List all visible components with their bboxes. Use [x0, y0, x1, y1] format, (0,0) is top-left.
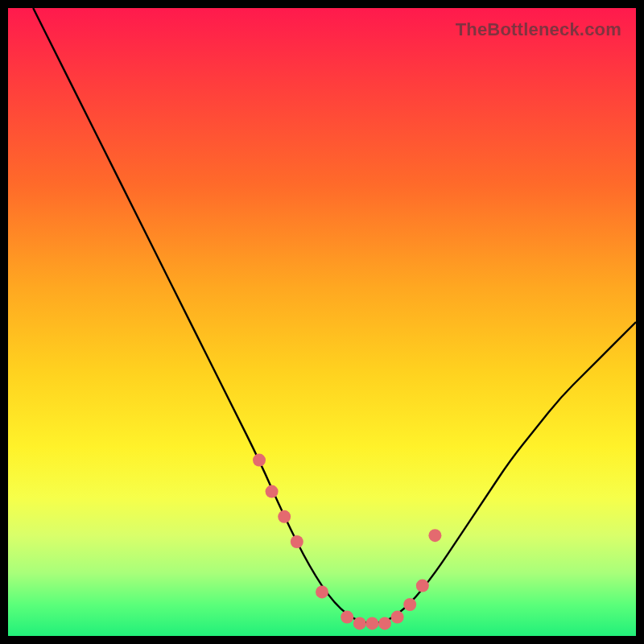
highlight-dot [365, 617, 378, 630]
chart-svg [8, 8, 636, 636]
highlight-dot [403, 598, 416, 611]
highlight-dot [428, 529, 441, 542]
highlight-dot [353, 617, 366, 630]
highlight-dot [316, 585, 328, 598]
chart-plot-area: TheBottleneck.com [8, 8, 636, 636]
highlight-dot [253, 454, 266, 467]
curve-path [33, 8, 636, 623]
chart-frame: TheBottleneck.com [0, 0, 644, 644]
highlight-dot [266, 485, 279, 498]
highlight-dot [341, 611, 353, 624]
highlight-dot [278, 510, 291, 523]
highlight-dot [391, 611, 404, 624]
highlight-dot [416, 580, 429, 592]
bottleneck-curve [33, 8, 636, 623]
highlight-dot [378, 617, 391, 630]
watermark-text: TheBottleneck.com [456, 19, 621, 40]
highlight-dot [291, 535, 303, 548]
highlight-dots-group [253, 454, 441, 630]
